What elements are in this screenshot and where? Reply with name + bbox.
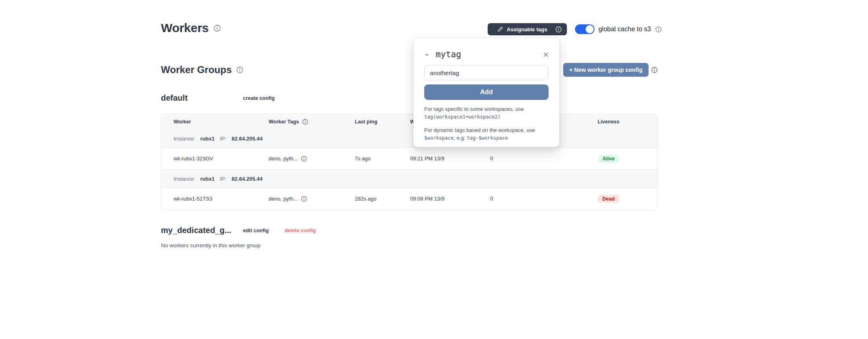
delete-config-button[interactable]: delete config (284, 228, 316, 233)
liveness-cell: Alive (559, 155, 658, 163)
assignable-tags-button[interactable]: Assignable tags (488, 23, 567, 35)
worker-tags-info-icon[interactable] (302, 119, 308, 125)
instance-name: rubx1 (200, 136, 215, 142)
instance-row: Instance: rubx1 IP: 82.64.205.44 (161, 130, 657, 147)
group-row-default: default create config (161, 93, 291, 103)
last-ping-value: 282s ago (355, 196, 410, 202)
group-row-dedicated: my_dedicated_g... edit config delete con… (161, 226, 332, 235)
table-header-row: Worker Worker Tags Last ping Worker star… (161, 114, 657, 130)
help2-mid: , e.g: (454, 135, 467, 141)
worker-tags-cell: deno, pyth... (256, 196, 355, 202)
help2-text: For dynamic tags based on the workspace,… (424, 127, 535, 133)
tag-name: mytag (436, 50, 461, 59)
ip-label: IP: (220, 176, 226, 182)
worker-tags-row-info-icon[interactable] (301, 196, 307, 202)
workspace-tags-help: For tags specific to some workspaces, us… (424, 105, 549, 121)
status-badge-alive: Alive (598, 155, 619, 163)
assignable-tags-label: Assignable tags (507, 26, 547, 32)
help2-code2: tag-$workspace (467, 135, 508, 141)
worker-groups-header-row: Worker Groups + New worker group config (161, 63, 658, 77)
create-config-button[interactable]: create config (243, 95, 275, 101)
dynamic-tags-help: For dynamic tags based on the workspace,… (424, 126, 549, 142)
assignable-tags-popup: - mytag Add For tags specific to some wo… (413, 38, 560, 147)
status-badge-dead: Dead (598, 195, 619, 203)
col-header-last-ping: Last ping (355, 119, 410, 125)
workers-table: Worker Worker Tags Last ping Worker star… (161, 114, 658, 210)
workers-page: Workers Assignable tags global cache to … (0, 0, 868, 339)
instance-label: Instance: (174, 176, 195, 182)
instance-row: Instance: rubx1 IP: 82.64.205.44 (161, 169, 657, 188)
global-cache-info-icon[interactable] (655, 26, 662, 32)
new-worker-group-config-button[interactable]: + New worker group config (563, 63, 649, 77)
workers-info-icon[interactable] (214, 25, 221, 32)
worker-name: wk-rubx1-51TS3 (161, 196, 256, 202)
worker-name: wk-rubx1-323GV (161, 155, 256, 162)
page-header: Workers (161, 21, 221, 35)
page-title: Workers (161, 21, 208, 35)
col-header-liveness: Liveness (559, 119, 658, 125)
empty-group-message: No workers currently in this worker grou… (161, 242, 260, 248)
toggle-knob (586, 25, 594, 33)
jobs-value: 0 (490, 155, 559, 162)
worker-start-value: 09:08 PM 13/9 (410, 196, 490, 202)
group-name-dedicated: my_dedicated_g... (161, 226, 243, 235)
top-right-controls: Assignable tags global cache to s3 (488, 23, 662, 35)
last-ping-value: 7s ago (355, 155, 410, 162)
pencil-icon (497, 26, 503, 32)
worker-groups-info-icon[interactable] (237, 67, 243, 73)
jobs-value: 0 (490, 196, 559, 202)
worker-tags-cell: deno, pyth... (256, 155, 355, 162)
worker-groups-heading: Worker Groups (161, 64, 232, 76)
worker-row: wk-rubx1-51TS3 deno, pyth... 282s ago 09… (161, 188, 657, 209)
instance-name: rubx1 (200, 176, 215, 182)
worker-tags-header-label: Worker Tags (269, 119, 299, 125)
help1-text: For tags specific to some workspaces, us… (424, 106, 524, 112)
ip-value: 82.64.205.44 (232, 176, 263, 182)
tag-bullet: - (424, 50, 430, 59)
worker-tags-row-info-icon[interactable] (301, 156, 307, 162)
help1-code: tag(workspace1+workspace2) (424, 114, 501, 120)
global-cache-label: global cache to s3 (599, 26, 651, 33)
add-tag-button[interactable]: Add (424, 84, 549, 100)
close-icon[interactable] (543, 52, 549, 57)
global-cache-toggle[interactable] (575, 24, 595, 34)
group-name-default: default (161, 93, 243, 103)
assignable-tags-info-icon (556, 26, 562, 32)
ip-label: IP: (220, 136, 226, 142)
worker-groups-heading-wrap: Worker Groups (161, 64, 243, 76)
help2-code1: $workspace (424, 135, 454, 141)
new-config-info-icon[interactable] (651, 67, 658, 73)
col-header-worker-tags: Worker Tags (256, 119, 355, 125)
col-header-worker: Worker (161, 119, 256, 125)
edit-config-button[interactable]: edit config (243, 228, 269, 233)
liveness-cell: Dead (559, 195, 658, 203)
worker-row: wk-rubx1-323GV deno, pyth... 7s ago 09:2… (161, 147, 657, 169)
worker-tags-value: deno, pyth... (269, 196, 298, 202)
instance-label: Instance: (174, 136, 195, 142)
new-tag-input[interactable] (424, 65, 549, 80)
worker-start-value: 09:21 PM 13/9 (410, 155, 490, 162)
ip-value: 82.64.205.44 (232, 136, 263, 142)
tag-list-row: - mytag (424, 50, 549, 59)
new-config-wrap: + New worker group config (563, 63, 658, 77)
worker-tags-value: deno, pyth... (269, 155, 298, 162)
